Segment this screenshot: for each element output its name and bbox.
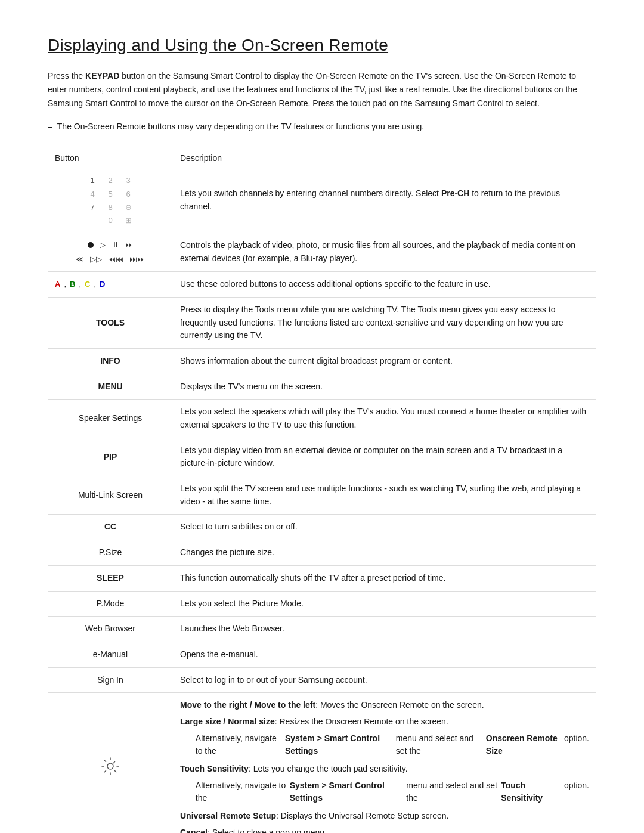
button-sleep: SLEEP [48, 565, 173, 591]
table-row: ▷ ⏸ ⏭ ≪ ▷▷ ⏮⏮ ⏭⏭ Controls the playback [48, 233, 596, 271]
desc-gear: Move to the right / Move to the left: Mo… [173, 693, 596, 833]
btn-a-label: A [55, 278, 60, 290]
table-row: 123 456 78⊖ –0⊞ Lets you switch channels… [48, 168, 596, 233]
button-cc: CC [48, 515, 173, 540]
desc-sleep: This function automatically shuts off th… [173, 565, 596, 591]
col-header-button: Button [48, 148, 173, 168]
button-description-table: Button Description 123 456 78⊖ –0⊞ Lets … [48, 148, 596, 833]
desc-signin: Select to log in to or out of your Samsu… [173, 667, 596, 693]
desc-webbrowser: Launches the Web Browser. [173, 617, 596, 642]
svg-point-0 [107, 763, 113, 769]
button-tools: TOOLS [48, 297, 173, 348]
desc-numpad: Lets you switch channels by entering cha… [173, 168, 596, 233]
button-menu: MENU [48, 374, 173, 400]
button-gear [48, 693, 173, 833]
col-header-description: Description [173, 148, 596, 168]
table-row: P.Mode Lets you select the Picture Mode. [48, 591, 596, 617]
btn-d-label: D [100, 278, 105, 290]
desc-speaker-settings: Lets you select the speakers which will … [173, 400, 596, 438]
table-row: P.Size Changes the picture size. [48, 540, 596, 566]
button-speaker-settings: Speaker Settings [48, 400, 173, 438]
table-row: PIP Lets you display video from an exter… [48, 438, 596, 476]
desc-media: Controls the playback of video, photo, o… [173, 233, 596, 271]
button-pip: PIP [48, 438, 173, 476]
table-row: Speaker Settings Lets you select the spe… [48, 400, 596, 438]
table-row: Move to the right / Move to the left: Mo… [48, 693, 596, 833]
table-row: CC Select to turn subtitles on or off. [48, 515, 596, 540]
desc-info: Shows information about the current digi… [173, 348, 596, 374]
btn-b-label: B [70, 278, 75, 290]
table-row: Web Browser Launches the Web Browser. [48, 617, 596, 642]
desc-pmode: Lets you select the Picture Mode. [173, 591, 596, 617]
button-psize: P.Size [48, 540, 173, 566]
button-webbrowser: Web Browser [48, 617, 173, 642]
button-info: INFO [48, 348, 173, 374]
desc-pip: Lets you display video from an external … [173, 438, 596, 476]
sub-note-1: Alternatively, navigate to the System > … [187, 732, 589, 758]
skip-icon: ⏭ [125, 239, 133, 251]
rewind-icon: ≪ [76, 253, 84, 265]
button-multilink: Multi-Link Screen [48, 476, 173, 515]
table-row: SLEEP This function automatically shuts … [48, 565, 596, 591]
desc-multilink: Lets you split the TV screen and use mul… [173, 476, 596, 515]
button-colored: A , B , C , D [48, 272, 173, 298]
pause-icon: ⏸ [112, 239, 119, 251]
table-row: e-Manual Opens the e-manual. [48, 642, 596, 667]
page-title: Displaying and Using the On-Screen Remot… [48, 36, 596, 55]
prev-icon: ⏮⏮ [108, 253, 123, 265]
desc-cc: Select to turn subtitles on or off. [173, 515, 596, 540]
button-pmode: P.Mode [48, 591, 173, 617]
play-icon: ▷ [100, 239, 106, 251]
desc-colored: Use these colored buttons to access addi… [173, 272, 596, 298]
next-icon: ⏭⏭ [129, 253, 145, 265]
sub-note-2: Alternatively, navigate to the System > … [187, 779, 589, 805]
desc-emanual: Opens the e-manual. [173, 642, 596, 667]
btn-c-label: C [85, 278, 90, 290]
table-row: MENU Displays the TV's menu on the scree… [48, 374, 596, 400]
table-row: TOOLS Press to display the Tools menu wh… [48, 297, 596, 348]
table-row: Multi-Link Screen Lets you split the TV … [48, 476, 596, 515]
desc-tools: Press to display the Tools menu while yo… [173, 297, 596, 348]
button-signin: Sign In [48, 667, 173, 693]
desc-psize: Changes the picture size. [173, 540, 596, 566]
button-numpad: 123 456 78⊖ –0⊞ [48, 168, 173, 233]
button-emanual: e-Manual [48, 642, 173, 667]
note-paragraph: The On-Screen Remote buttons may vary de… [48, 120, 596, 134]
table-row: A , B , C , D Use these colored buttons … [48, 272, 596, 298]
stop-icon [88, 242, 94, 248]
desc-menu: Displays the TV's menu on the screen. [173, 374, 596, 400]
table-row: INFO Shows information about the current… [48, 348, 596, 374]
ff-icon: ▷▷ [90, 253, 102, 265]
table-row: Sign In Select to log in to or out of yo… [48, 667, 596, 693]
intro-paragraph: Press the KEYPAD button on the Samsung S… [48, 69, 596, 110]
button-media: ▷ ⏸ ⏭ ≪ ▷▷ ⏮⏮ ⏭⏭ [48, 233, 173, 271]
